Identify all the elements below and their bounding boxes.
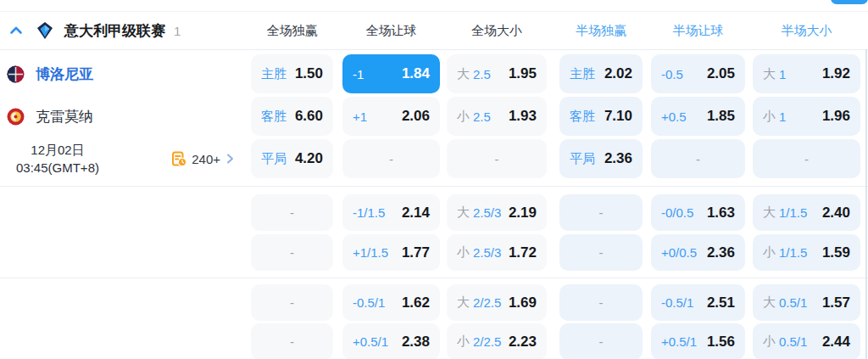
odds-cell[interactable]: 平局2.36 bbox=[559, 139, 643, 178]
match-time: 03:45(GMT+8) bbox=[2, 159, 114, 177]
table-row: - +1/1.51.77 小2.5/31.72 - +0/0.52.36 小1/… bbox=[0, 234, 868, 271]
table-right-border bbox=[865, 49, 867, 359]
odds-cell[interactable]: 小2/2.52.23 bbox=[447, 323, 547, 359]
odds-cell-empty: - bbox=[559, 234, 643, 271]
odds-cell[interactable]: +0.5/11.56 bbox=[651, 323, 745, 359]
league-header: 意大利甲级联赛 1 全场独赢 全场让球 全场大小 半场独赢 半场让球 半场大小 bbox=[0, 12, 868, 50]
odds-cell-empty: - bbox=[251, 323, 333, 359]
odds-cell[interactable]: +0/0.52.36 bbox=[651, 234, 745, 271]
scroll-pill bbox=[831, 0, 868, 4]
odds-cell-empty: - bbox=[251, 284, 333, 321]
odds-cell[interactable]: 大2.51.95 bbox=[447, 54, 547, 93]
odds-cell[interactable]: 客胜7.10 bbox=[559, 97, 643, 136]
chevron-right-icon bbox=[224, 153, 236, 165]
odds-cell[interactable]: 小11.96 bbox=[753, 97, 860, 136]
odds-cell[interactable]: +0.5/12.38 bbox=[342, 323, 440, 359]
odds-cell[interactable]: 小1/1.51.59 bbox=[753, 234, 860, 271]
odds-cell[interactable]: +1/1.51.77 bbox=[342, 234, 440, 271]
odds-cell[interactable]: -1/1.52.14 bbox=[342, 194, 440, 231]
table-row: - -0.5/11.62 大2/2.51.69 - -0.5/12.51 大0.… bbox=[0, 284, 868, 321]
odds-cell[interactable]: 大2/2.51.69 bbox=[447, 284, 547, 321]
away-team-name: 克雷莫纳 bbox=[36, 107, 93, 126]
list-clock-icon bbox=[171, 151, 187, 167]
empty-slot bbox=[0, 234, 251, 271]
odds-cell[interactable]: 大1/1.52.40 bbox=[753, 194, 860, 231]
odds-cell[interactable]: 小2.5/31.72 bbox=[447, 234, 547, 271]
section-divider bbox=[0, 278, 868, 278]
empty-slot bbox=[0, 194, 251, 231]
empty-slot bbox=[0, 323, 251, 359]
odds-cell[interactable]: 主胜1.50 bbox=[251, 54, 333, 93]
serie-a-logo-icon bbox=[36, 21, 54, 40]
empty-slot bbox=[0, 284, 251, 321]
col-header-halftime-handicap: 半场让球 bbox=[651, 23, 745, 39]
odds-cell-empty: - bbox=[342, 139, 440, 178]
collapse-button[interactable] bbox=[7, 21, 25, 40]
odds-cell[interactable]: -0.52.05 bbox=[651, 54, 745, 93]
odds-cell[interactable]: +0.51.85 bbox=[651, 97, 745, 136]
odds-cell[interactable]: 平局4.20 bbox=[251, 139, 333, 178]
match-count: 1 bbox=[174, 24, 181, 38]
odds-cell-empty: - bbox=[559, 284, 643, 321]
odds-cell[interactable]: 大2.5/32.19 bbox=[447, 194, 547, 231]
table-row: - +0.5/12.38 小2/2.52.23 - +0.5/11.56 小0.… bbox=[0, 323, 868, 359]
home-team: 博洛尼亚 bbox=[0, 54, 251, 93]
more-markets-button[interactable]: 240+ bbox=[171, 151, 236, 167]
league-title: 意大利甲级联赛 bbox=[64, 21, 165, 41]
table-row-away: 克雷莫纳 客胜6.60 +12.06 小2.51.93 客胜7.10 +0.51… bbox=[0, 97, 868, 136]
odds-cell-empty: - bbox=[251, 194, 333, 231]
col-header-halftime-1x2: 半场独赢 bbox=[559, 23, 643, 39]
odds-cell[interactable]: -0.5/12.51 bbox=[651, 284, 745, 321]
odds-cell[interactable]: 大11.92 bbox=[753, 54, 860, 93]
table-row-home: 博洛尼亚 主胜1.50 -11.84 大2.51.95 主胜2.02 -0.52… bbox=[0, 54, 868, 93]
top-divider bbox=[0, 0, 868, 12]
bologna-crest-icon bbox=[7, 65, 25, 83]
odds-cell-empty: - bbox=[447, 139, 547, 178]
col-header-halftime-overunder: 半场大小 bbox=[753, 23, 860, 39]
alt-lines-section-1: - -1/1.52.14 大2.5/32.19 - -0/0.51.63 大1/… bbox=[0, 194, 868, 271]
chevron-up-icon bbox=[8, 22, 25, 39]
col-header-fulltime-overunder: 全场大小 bbox=[447, 23, 547, 39]
odds-cell[interactable]: -0/0.51.63 bbox=[651, 194, 745, 231]
odds-cell[interactable]: +12.06 bbox=[342, 97, 440, 136]
home-team-name: 博洛尼亚 bbox=[36, 65, 93, 84]
odds-cell-empty: - bbox=[251, 234, 333, 271]
markets-count: 240+ bbox=[192, 152, 220, 166]
odds-cell-empty: - bbox=[559, 194, 643, 231]
odds-cell[interactable]: 小0.5/12.44 bbox=[753, 323, 860, 359]
col-header-fulltime-handicap: 全场让球 bbox=[342, 23, 440, 39]
odds-cell-empty: - bbox=[651, 139, 745, 178]
cremonese-crest-icon bbox=[7, 108, 25, 126]
odds-cell[interactable]: 主胜2.02 bbox=[559, 54, 643, 93]
odds-cell[interactable]: 客胜6.60 bbox=[251, 97, 333, 136]
away-team: 克雷莫纳 bbox=[0, 97, 251, 136]
section-divider bbox=[0, 186, 868, 187]
col-header-fulltime-1x2: 全场独赢 bbox=[251, 23, 333, 39]
alt-lines-section-2: - -0.5/11.62 大2/2.51.69 - -0.5/12.51 大0.… bbox=[0, 284, 868, 359]
table-row-draw: 12月02日 03:45(GMT+8) 240+ 平局4.20 - - 平局2.… bbox=[0, 139, 868, 178]
odds-table: 博洛尼亚 主胜1.50 -11.84 大2.51.95 主胜2.02 -0.52… bbox=[0, 50, 868, 359]
match-meta: 12月02日 03:45(GMT+8) 240+ bbox=[0, 139, 251, 178]
odds-cell-empty: - bbox=[753, 139, 860, 178]
match-date: 12月02日 bbox=[2, 141, 114, 159]
odds-cell-empty: - bbox=[559, 323, 643, 359]
odds-cell-selected[interactable]: -11.84 bbox=[342, 54, 440, 93]
odds-cell[interactable]: -0.5/11.62 bbox=[342, 284, 440, 321]
match-datetime: 12月02日 03:45(GMT+8) bbox=[2, 141, 114, 177]
odds-cell[interactable]: 大0.5/11.57 bbox=[753, 284, 860, 321]
league-header-left: 意大利甲级联赛 1 bbox=[0, 21, 251, 41]
table-row: - -1/1.52.14 大2.5/32.19 - -0/0.51.63 大1/… bbox=[0, 194, 868, 231]
odds-cell[interactable]: 小2.51.93 bbox=[447, 97, 547, 136]
